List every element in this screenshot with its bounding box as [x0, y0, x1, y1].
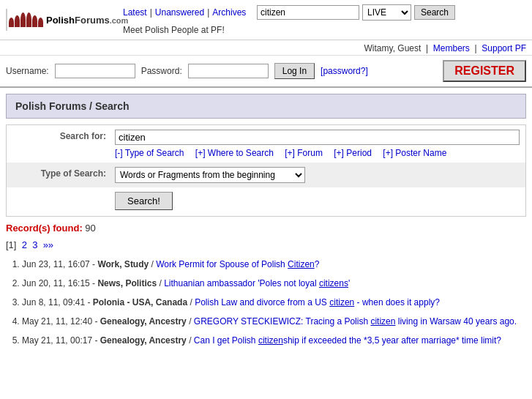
top-nav: Latest | Unanswered | Archives LIVE Arch…	[123, 4, 526, 20]
site-name: PolishForums.com	[46, 15, 128, 26]
person-icon-3	[20, 12, 26, 27]
login-bar: Username: Password: Log In [password?] R…	[0, 56, 532, 88]
header: PolishForums.com Latest | Unanswered | A…	[0, 0, 532, 40]
search-submit-row: Search!	[7, 187, 525, 216]
register-button[interactable]: REGISTER	[443, 60, 526, 82]
user-links-bar: Witamy, Guest | Members | Support PF	[0, 40, 532, 56]
period-toggle[interactable]: [+] Period	[334, 148, 372, 158]
pagination: [1] 2 3 »»	[6, 239, 526, 250]
records-count-value: 90	[85, 223, 95, 234]
result-1-category: Work, Study	[97, 259, 149, 269]
logo-area: PolishForums.com	[6, 9, 123, 31]
person-icon-4	[26, 12, 31, 27]
members-link[interactable]: Members	[433, 43, 470, 53]
nav-sep-1: |	[150, 7, 152, 18]
results-area: Record(s) found: 90 [1] 2 3 »» Jun 23, 1…	[6, 223, 526, 347]
result-1-link[interactable]: Work Permit for Spouse of Polish Citizen…	[156, 259, 319, 269]
support-link[interactable]: Support PF	[482, 43, 526, 53]
user-sep-2: |	[475, 43, 477, 53]
search-options: [-] Type of Search [+] Where to Search […	[115, 148, 520, 158]
result-item-4: May 21, 11, 12:40 - Genealogy, Ancestry …	[22, 315, 526, 328]
person-icon-6	[38, 18, 43, 27]
forum-toggle[interactable]: [+] Forum	[285, 148, 323, 158]
person-icon-1	[9, 18, 14, 27]
result-item-3: Jun 8, 11, 09:41 - Polonia - USA, Canada…	[22, 296, 526, 309]
result-2-link[interactable]: Lithuanian ambassador 'Poles not loyal c…	[164, 278, 350, 288]
result-item-2: Jun 20, 11, 16:15 - News, Politics / Lit…	[22, 277, 526, 290]
page-title: Polish Forums / Search	[15, 100, 130, 112]
results-list: Jun 23, 11, 16:07 - Work, Study / Work P…	[6, 258, 526, 347]
latest-link[interactable]: Latest	[123, 7, 147, 18]
site-name-forums: Forums	[75, 15, 110, 26]
top-search-type-select[interactable]: LIVE Archive	[362, 4, 411, 20]
result-3-category: Polonia - USA, Canada	[93, 297, 187, 307]
login-button[interactable]: Log In	[274, 63, 315, 79]
poster-name-toggle[interactable]: [+] Poster Name	[383, 148, 446, 158]
archives-link[interactable]: Archives	[212, 7, 246, 18]
logo-flag	[6, 9, 7, 31]
result-3-date: Jun 8, 11, 09:41	[22, 297, 85, 307]
unanswered-link[interactable]: Unanswered	[155, 7, 204, 18]
greeting-text: Witamy, Guest	[364, 43, 422, 53]
forgot-password-link[interactable]: [password?]	[321, 66, 368, 76]
user-sep-1: |	[426, 43, 428, 53]
result-item-5: May 21, 11, 00:17 - Genealogy, Ancestry …	[22, 334, 526, 347]
where-to-search-toggle[interactable]: [+] Where to Search	[195, 148, 274, 158]
more-pages-link[interactable]: »»	[43, 239, 53, 250]
result-3-link[interactable]: Polish Law and divorce from a US citizen…	[195, 297, 440, 307]
type-of-search-label: Type of Search:	[12, 167, 115, 179]
search-form: Search for: [-] Type of Search [+] Where…	[6, 124, 526, 217]
logo: PolishForums.com	[6, 9, 123, 31]
type-of-search-control: Words or Fragments from the beginning Ex…	[115, 167, 520, 183]
tagline: Meet Polish People at PF!	[123, 25, 526, 35]
opt-sep-4	[376, 148, 378, 158]
records-found-label: Record(s) found:	[6, 223, 83, 234]
opt-sep-2	[278, 148, 280, 158]
result-4-link[interactable]: GREGORY STECKIEWICZ: Tracing a Polish ci…	[194, 316, 517, 327]
result-2-category: News, Politics	[97, 278, 157, 288]
nav-search-area: Latest | Unanswered | Archives LIVE Arch…	[123, 4, 526, 35]
result-1-date: Jun 23, 11, 16:07	[22, 259, 90, 269]
page-3-link[interactable]: 3	[32, 239, 37, 250]
result-5-link[interactable]: Can I get Polish citizenship if exceeded…	[194, 335, 501, 346]
username-label: Username:	[6, 66, 49, 76]
opt-sep-1	[189, 148, 191, 158]
result-item-1: Jun 23, 11, 16:07 - Work, Study / Work P…	[22, 258, 526, 271]
records-found: Record(s) found: 90	[6, 223, 526, 234]
search-submit-button[interactable]: Search!	[115, 192, 173, 210]
person-icon-2	[15, 15, 20, 27]
result-4-category: Genealogy, Ancestry	[100, 316, 187, 327]
username-input[interactable]	[55, 64, 135, 78]
person-icon-5	[32, 15, 37, 27]
top-search-button[interactable]: Search	[414, 5, 455, 20]
main-search-input[interactable]	[115, 130, 520, 145]
search-for-row: Search for: [-] Type of Search [+] Where…	[7, 125, 525, 163]
result-4-date: May 21, 11, 12:40	[22, 316, 92, 327]
page-2-link[interactable]: 2	[22, 239, 27, 250]
search-for-control: [-] Type of Search [+] Where to Search […	[115, 130, 520, 158]
nav-sep-2: |	[207, 7, 209, 18]
page-title-bar: Polish Forums / Search	[6, 94, 526, 119]
site-name-polish: Polish	[46, 15, 75, 26]
result-5-category: Genealogy, Ancestry	[100, 335, 187, 346]
password-label: Password:	[141, 66, 182, 76]
search-for-label: Search for:	[12, 130, 115, 141]
result-2-date: Jun 20, 11, 16:15	[22, 278, 90, 288]
password-input[interactable]	[188, 64, 269, 78]
search-type-dropdown[interactable]: Words or Fragments from the beginning Ex…	[115, 167, 305, 183]
type-of-search-toggle[interactable]: [-] Type of Search	[115, 148, 184, 158]
type-of-search-row: Type of Search: Words or Fragments from …	[7, 163, 525, 187]
result-5-date: May 21, 11, 00:17	[22, 335, 92, 346]
top-search-input[interactable]	[257, 5, 359, 20]
logo-people	[9, 12, 43, 27]
current-page: [1]	[6, 239, 16, 250]
opt-sep-3	[327, 148, 329, 158]
